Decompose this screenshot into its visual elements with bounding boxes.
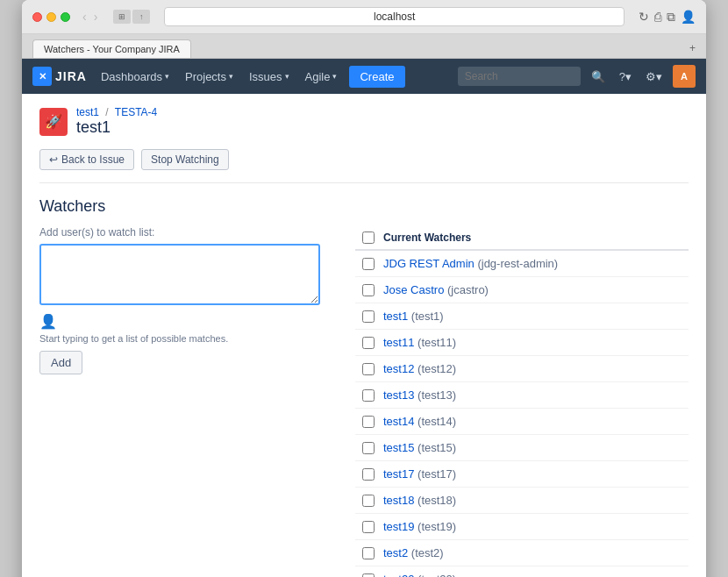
nav-projects[interactable]: Projects ▾ — [178, 59, 240, 94]
dashboards-chevron: ▾ — [165, 72, 169, 81]
breadcrumb-project-link[interactable]: test1 — [76, 106, 99, 118]
watcher-checkbox-9[interactable] — [362, 495, 375, 507]
breadcrumb-separator: / — [105, 106, 108, 118]
close-window-button[interactable] — [32, 12, 42, 22]
back-arrow-icon: ↩ — [49, 153, 58, 166]
watcher-row: Jose Castro (jcastro) — [355, 277, 689, 303]
user-icon: 👤 — [39, 313, 320, 330]
user-account-button[interactable]: 👤 — [681, 10, 696, 24]
create-button[interactable]: Create — [349, 66, 404, 88]
watcher-link-10[interactable]: test19 — [383, 520, 414, 533]
watcher-name-3: test11 (test11) — [383, 336, 456, 349]
add-button[interactable]: Add — [39, 351, 82, 374]
watchers-title: Watchers — [39, 197, 689, 216]
minimize-window-button[interactable] — [46, 12, 56, 22]
fullscreen-button[interactable]: ⧉ — [667, 10, 675, 25]
watcher-id-8: (test17) — [418, 467, 456, 481]
watcher-name-1: Jose Castro (jcastro) — [383, 283, 489, 296]
watcher-link-12[interactable]: test20 — [383, 573, 414, 577]
nav-dashboards[interactable]: Dashboards ▾ — [94, 59, 176, 94]
select-all-checkbox[interactable] — [362, 232, 375, 244]
new-tab-button[interactable]: + — [689, 42, 696, 58]
breadcrumb-issue-link[interactable]: TESTA-4 — [115, 106, 157, 118]
watcher-link-11[interactable]: test2 — [383, 546, 408, 559]
watcher-checkbox-11[interactable] — [362, 547, 375, 559]
search-icon-button[interactable]: 🔍 — [588, 70, 609, 83]
watcher-checkbox-12[interactable] — [362, 573, 375, 578]
watcher-checkbox-4[interactable] — [362, 363, 375, 375]
watcher-checkbox-6[interactable] — [362, 416, 375, 428]
forward-button[interactable]: › — [92, 10, 100, 24]
watcher-row: test1 (test1) — [355, 303, 689, 330]
user-avatar[interactable]: A — [673, 65, 696, 88]
watchers-list: JDG REST Admin (jdg-rest-admin) Jose Cas… — [355, 251, 689, 577]
watcher-link-3[interactable]: test11 — [383, 336, 414, 349]
nav-menu: Dashboards ▾ Projects ▾ Issues ▾ Agile ▾… — [94, 59, 405, 94]
watcher-link-4[interactable]: test12 — [383, 362, 414, 375]
watcher-link-1[interactable]: Jose Castro — [383, 283, 444, 296]
watcher-link-2[interactable]: test1 — [383, 310, 408, 323]
nav-issues[interactable]: Issues ▾ — [242, 59, 296, 94]
watcher-checkbox-5[interactable] — [362, 389, 375, 402]
watcher-link-6[interactable]: test14 — [383, 415, 414, 428]
browser-titlebar: ‹ › ⊞ ↑ localhost ↻ ⎙ ⧉ 👤 — [22, 0, 706, 34]
stop-watching-button[interactable]: Stop Watching — [141, 149, 229, 170]
issues-chevron: ▾ — [285, 72, 289, 81]
watcher-id-4: (test12) — [418, 362, 456, 375]
nav-agile[interactable]: Agile ▾ — [298, 59, 345, 94]
watchers-right-panel: Current Watchers JDG REST Admin (jdg-res… — [355, 226, 689, 577]
watcher-row: test18 (test18) — [355, 488, 689, 514]
watcher-row: test13 (test13) — [355, 382, 689, 409]
watcher-id-10: (test19) — [418, 520, 456, 533]
watcher-name-9: test18 (test18) — [383, 494, 456, 507]
active-tab[interactable]: Watchers - Your Company JIRA — [32, 39, 191, 58]
watcher-row: test15 (test15) — [355, 435, 689, 461]
watcher-link-8[interactable]: test17 — [383, 467, 414, 481]
watcher-id-7: (test15) — [418, 441, 456, 454]
breadcrumb: test1 / TESTA-4 — [76, 106, 157, 118]
address-bar[interactable]: localhost — [164, 7, 625, 26]
watcher-name-4: test12 (test12) — [383, 362, 456, 375]
watcher-row: test11 (test11) — [355, 330, 689, 356]
watcher-name-10: test19 (test19) — [383, 520, 456, 533]
watcher-name-2: test1 (test1) — [383, 310, 444, 323]
watcher-checkbox-1[interactable] — [362, 284, 375, 296]
jira-x-icon: ✕ — [39, 71, 46, 82]
tab-icon-1: ⊞ — [113, 10, 131, 24]
watcher-id-9: (test18) — [418, 494, 456, 507]
user-input-textarea[interactable] — [39, 244, 320, 305]
tab-strip: Watchers - Your Company JIRA + — [22, 34, 706, 59]
watcher-checkbox-2[interactable] — [362, 310, 375, 323]
watcher-checkbox-10[interactable] — [362, 521, 375, 533]
watcher-row: test2 (test2) — [355, 540, 689, 566]
watcher-id-3: (test11) — [418, 336, 456, 349]
watcher-link-9[interactable]: test18 — [383, 494, 414, 507]
nav-arrows: ‹ › — [81, 10, 99, 24]
back-button[interactable]: ‹ — [81, 10, 89, 24]
help-button[interactable]: ?▾ — [616, 70, 635, 83]
url-text: localhost — [374, 11, 415, 23]
watchers-layout: Add user(s) to watch list: 👤 Start typin… — [39, 226, 689, 577]
watcher-id-0: (jdg-rest-admin) — [477, 257, 558, 270]
tab-icon-2: ↑ — [132, 10, 150, 24]
watcher-checkbox-8[interactable] — [362, 468, 375, 481]
watcher-id-2: (test1) — [411, 310, 444, 323]
watcher-checkbox-3[interactable] — [362, 337, 375, 349]
watcher-checkbox-0[interactable] — [362, 258, 375, 270]
window-controls — [32, 12, 70, 22]
watchers-section: Watchers Add user(s) to watch list: 👤 St… — [22, 183, 706, 577]
watcher-row: test19 (test19) — [355, 514, 689, 540]
settings-button[interactable]: ⚙▾ — [642, 70, 666, 83]
watcher-link-7[interactable]: test15 — [383, 441, 414, 454]
maximize-window-button[interactable] — [61, 12, 70, 22]
search-input[interactable] — [458, 67, 581, 86]
watcher-checkbox-7[interactable] — [362, 442, 375, 454]
browser-window: ‹ › ⊞ ↑ localhost ↻ ⎙ ⧉ 👤 Watchers - You… — [22, 0, 706, 577]
watcher-link-5[interactable]: test13 — [383, 388, 414, 402]
refresh-button[interactable]: ↻ — [639, 10, 649, 24]
add-users-label: Add user(s) to watch list: — [39, 226, 320, 239]
share-button[interactable]: ⎙ — [654, 10, 661, 24]
back-to-issue-button[interactable]: ↩ Back to Issue — [39, 149, 134, 170]
watcher-link-0[interactable]: JDG REST Admin — [383, 257, 475, 270]
watcher-name-12: test20 (test20) — [383, 573, 456, 577]
